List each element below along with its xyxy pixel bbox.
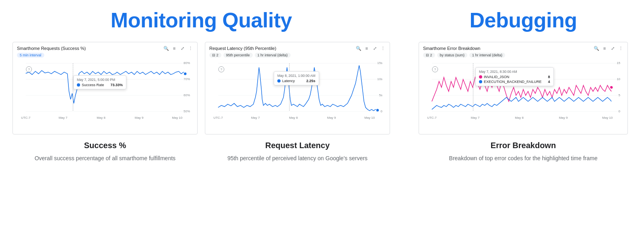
expand-icon[interactable]: ⤢ (180, 45, 185, 51)
svg-text:60%: 60% (184, 93, 190, 97)
monitoring-section: Monitoring Quality Smarthome Requests (S… (0, 0, 402, 171)
svg-text:UTC-7: UTC-7 (427, 116, 437, 120)
svg-text:May 10: May 10 (364, 116, 375, 120)
svg-text:0: 0 (619, 110, 621, 113)
debugging-title: Debugging (469, 8, 577, 32)
svg-text:5s: 5s (379, 93, 382, 97)
svg-text:?: ? (28, 68, 30, 71)
more-icon-error[interactable]: ⋮ (618, 45, 623, 51)
success-caption-title: Success % (12, 141, 198, 150)
success-rate-chart-card: Smarthome Requests (Success %) 🔍 ≡ ⤢ ⋮ 5… (12, 42, 198, 134)
svg-text:UTC-7: UTC-7 (21, 116, 31, 120)
svg-point-48 (610, 86, 613, 89)
legend-icon[interactable]: ≡ (171, 45, 177, 51)
error-chart-pills: ⊟ 2 by status (sum) 1 hr interval (delta… (423, 53, 623, 58)
svg-text:May 8: May 8 (97, 116, 105, 120)
svg-text:0: 0 (381, 110, 383, 113)
error-caption-desc: Breakdown of top error codes for the hig… (449, 154, 598, 163)
latency-chart-title: Request Latency (95th Percentile) (209, 46, 276, 51)
svg-text:May 7: May 7 (471, 116, 480, 120)
chart-icon-group-error: 🔍 ≡ ⤢ ⋮ (594, 45, 623, 51)
debugging-chart-wrapper: Smarthome Error Breakdown 🔍 ≡ ⤢ ⋮ ⊟ 2 by… (415, 42, 632, 163)
success-chart-area: 80% 70% 60% 50% UTC-7 May 7 May 8 May (17, 59, 193, 122)
search-icon-latency[interactable]: 🔍 (356, 45, 361, 51)
latency-chart-card: Request Latency (95th Percentile) 🔍 ≡ ⤢ … (205, 42, 390, 134)
pill-filter-latency: ⊟ 2 (209, 53, 221, 58)
monitoring-title: Monitoring Quality (111, 8, 292, 32)
svg-text:80%: 80% (184, 61, 190, 65)
chart-header-latency: Request Latency (95th Percentile) 🔍 ≡ ⤢ … (209, 45, 386, 51)
latency-caption-title: Request Latency (205, 141, 390, 150)
error-svg: 15 10 5 0 UTC-7 May 7 May 8 May 9 (423, 59, 623, 122)
success-chart-pills: 5 min interval (17, 53, 193, 58)
pill-percentile: 95th percentile (223, 53, 253, 58)
pill-interval-latency: 1 hr interval (delta) (255, 53, 291, 58)
svg-text:May 10: May 10 (602, 116, 613, 120)
chart-icon-group-latency: 🔍 ≡ ⤢ ⋮ (356, 45, 386, 51)
svg-text:?: ? (434, 68, 436, 71)
svg-text:50%: 50% (184, 110, 190, 113)
svg-text:May 9: May 9 (135, 116, 144, 120)
more-icon[interactable]: ⋮ (188, 45, 193, 51)
svg-text:May 9: May 9 (559, 116, 568, 120)
pill-interval: 5 min interval (17, 53, 44, 58)
pill-filter-error: ⊟ 2 (423, 53, 435, 58)
svg-text:May 7: May 7 (59, 116, 68, 120)
latency-chart-area: 15s 10s 5s 0 UTC-7 May 7 May 8 May 9 (209, 59, 386, 122)
svg-text:May 7: May 7 (251, 116, 260, 120)
expand-icon-latency[interactable]: ⤢ (372, 45, 378, 51)
chart-header-error: Smarthome Error Breakdown 🔍 ≡ ⤢ ⋮ (423, 45, 623, 51)
chart-header-success: Smarthome Requests (Success %) 🔍 ≡ ⤢ ⋮ (17, 45, 193, 51)
svg-text:15s: 15s (377, 61, 382, 65)
svg-text:15: 15 (617, 61, 620, 65)
svg-text:10: 10 (617, 77, 620, 81)
debugging-section: Debugging Smarthome Error Breakdown 🔍 ≡ … (402, 0, 644, 171)
svg-text:?: ? (221, 68, 223, 71)
svg-text:UTC-7: UTC-7 (213, 116, 223, 120)
svg-text:10s: 10s (377, 77, 382, 81)
svg-point-14 (184, 72, 187, 75)
success-rate-svg: 80% 70% 60% 50% UTC-7 May 7 May 8 May (17, 59, 193, 122)
svg-text:5: 5 (619, 93, 621, 97)
pill-interval-error: 1 hr interval (delta) (469, 53, 505, 58)
success-caption: Success % Overall success percentage of … (12, 141, 198, 163)
error-breakdown-chart-card: Smarthome Error Breakdown 🔍 ≡ ⤢ ⋮ ⊟ 2 by… (419, 42, 628, 134)
latency-caption-desc: 95th percentile of perceived latency on … (205, 154, 390, 163)
latency-svg: 15s 10s 5s 0 UTC-7 May 7 May 8 May 9 (209, 59, 386, 122)
legend-icon-latency[interactable]: ≡ (364, 45, 369, 51)
svg-point-31 (376, 109, 379, 112)
svg-text:May 10: May 10 (172, 116, 183, 120)
latency-caption: Request Latency 95th percentile of perce… (205, 141, 390, 163)
svg-text:May 9: May 9 (327, 116, 336, 120)
more-icon-latency[interactable]: ⋮ (380, 45, 386, 51)
success-chart-title: Smarthome Requests (Success %) (17, 46, 86, 51)
success-caption-desc: Overall success percentage of all smarth… (12, 154, 198, 163)
pill-sum: by status (sum) (437, 53, 468, 58)
svg-text:May 8: May 8 (289, 116, 298, 120)
error-caption: Error Breakdown Breakdown of top error c… (449, 141, 598, 163)
error-chart-title: Smarthome Error Breakdown (423, 46, 480, 51)
legend-icon-error[interactable]: ≡ (602, 45, 607, 51)
svg-text:May 8: May 8 (515, 116, 524, 120)
search-icon[interactable]: 🔍 (163, 45, 169, 51)
monitoring-charts-row: Smarthome Requests (Success %) 🔍 ≡ ⤢ ⋮ 5… (12, 42, 390, 134)
latency-chart-pills: ⊟ 2 95th percentile 1 hr interval (delta… (209, 53, 386, 58)
svg-text:70%: 70% (184, 77, 190, 81)
search-icon-error[interactable]: 🔍 (594, 45, 599, 51)
expand-icon-error[interactable]: ⤢ (610, 45, 615, 51)
error-chart-area: 15 10 5 0 UTC-7 May 7 May 8 May 9 (423, 59, 623, 122)
chart-icon-group-success: 🔍 ≡ ⤢ ⋮ (163, 45, 193, 51)
error-caption-title: Error Breakdown (449, 141, 598, 150)
monitoring-captions: Success % Overall success percentage of … (12, 141, 390, 163)
